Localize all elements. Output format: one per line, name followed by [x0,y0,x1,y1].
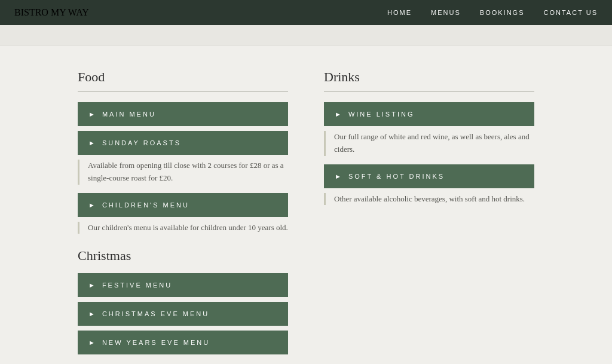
childrens-menu-button[interactable]: ► CHILDREN'S MENU [78,193,288,217]
childrens-menu-label: CHILDREN'S MENU [102,201,189,209]
nav-link-contact[interactable]: CONTACT US [544,9,598,16]
new-years-eve-menu-arrow-icon: ► [88,339,95,346]
soft-hot-drinks-description: Other available alcoholic beverages, wit… [324,193,534,206]
childrens-menu-arrow-icon: ► [88,201,95,209]
main-content: Food ► MAIN MENU ► SUNDAY ROASTS Availab… [0,45,612,364]
wine-listing-button[interactable]: ► WINE LISTING [324,102,534,126]
food-section-title: Food [78,69,288,85]
new-years-eve-menu-label: NEW YEARS EVE MENU [102,339,210,346]
wine-listing-label: WINE LISTING [348,111,415,118]
nav-links: HOME MENUS BOOKINGS CONTACT US [387,9,598,16]
festive-menu-label: FESTIVE MENU [102,282,172,289]
sunday-roasts-button[interactable]: ► SUNDAY ROASTS [78,131,288,155]
christmas-eve-menu-label: CHRISTMAS EVE MENU [102,310,209,317]
soft-hot-drinks-button[interactable]: ► SOFT & HOT DRINKS [324,164,534,188]
soft-hot-drinks-label: SOFT & HOT DRINKS [348,173,445,180]
wine-listing-description: Our full range of white and red wine, as… [324,131,534,156]
drinks-column: Drinks ► WINE LISTING Our full range of … [324,69,534,359]
main-menu-arrow-icon: ► [88,111,95,118]
childrens-menu-description: Our children's menu is available for chi… [78,222,288,234]
drinks-section-title: Drinks [324,69,534,85]
christmas-eve-menu-arrow-icon: ► [88,310,95,317]
food-column: Food ► MAIN MENU ► SUNDAY ROASTS Availab… [78,69,288,359]
main-menu-label: MAIN MENU [102,111,156,118]
nav-link-bookings[interactable]: BOOKINGS [480,9,525,16]
main-menu-button[interactable]: ► MAIN MENU [78,102,288,126]
sunday-roasts-arrow-icon: ► [88,139,95,146]
sunday-roasts-label: SUNDAY ROASTS [102,139,181,146]
sub-bar [0,25,612,45]
nav-link-home[interactable]: HOME [387,9,412,16]
new-years-eve-menu-button[interactable]: ► NEW YEARS EVE MENU [78,331,288,354]
drinks-divider [324,91,534,91]
festive-menu-arrow-icon: ► [88,282,95,289]
soft-hot-drinks-arrow-icon: ► [335,173,341,180]
nav-link-menus[interactable]: MENUS [431,9,461,16]
wine-listing-arrow-icon: ► [335,111,341,118]
festive-menu-button[interactable]: ► FESTIVE MENU [78,273,288,297]
christmas-eve-menu-button[interactable]: ► CHRISTMAS EVE MENU [78,302,288,326]
christmas-section-title: Christmas [78,248,288,264]
nav-brand: BISTRO MY WAY [14,7,89,18]
navbar: BISTRO MY WAY HOME MENUS BOOKINGS CONTAC… [0,0,612,25]
sunday-roasts-description: Available from opening till close with 2… [78,160,288,185]
food-divider [78,91,288,91]
